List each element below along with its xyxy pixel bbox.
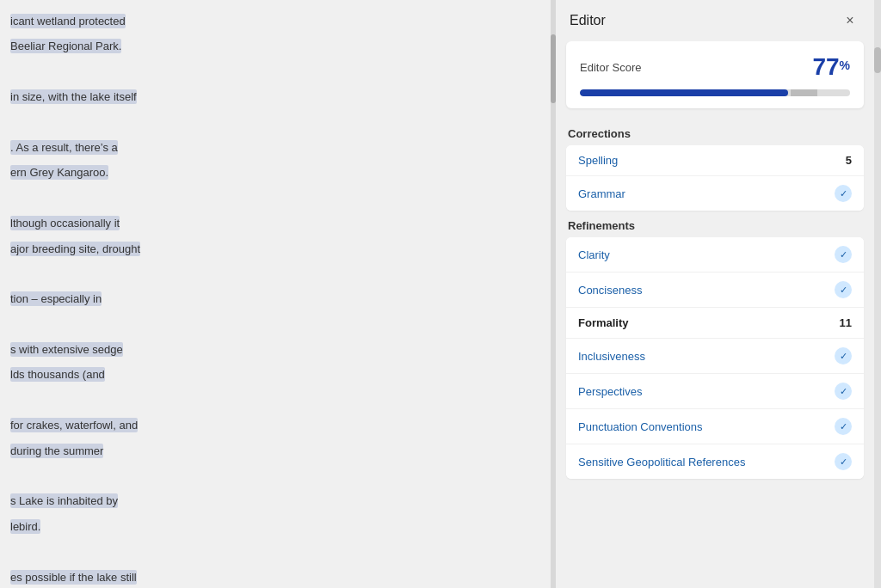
perspectives-row[interactable]: Perspectives ✓ [566,374,864,409]
editor-wrapper: Editor × Editor Score 77% Corrections [556,0,881,588]
spelling-count: 5 [846,154,852,167]
doc-line [0,59,551,84]
editor-title: Editor [570,13,606,28]
doc-line: es possible if the lake still [0,565,551,588]
geopolitical-row[interactable]: Sensitive Geopolitical References ✓ [566,444,864,479]
center-scrollbar[interactable] [551,0,556,588]
score-percent: % [840,58,850,72]
conciseness-row[interactable]: Conciseness ✓ [566,273,864,308]
score-display: 77% [812,53,850,81]
progress-mid [791,89,817,96]
doc-line: in size, with the lake itself [0,84,551,109]
document-panel: icant wetland protectedBeeliar Regional … [0,0,551,588]
doc-line [0,312,551,337]
doc-line: during the summer [0,438,551,463]
doc-line: icant wetland protected [0,9,551,34]
score-card: Editor Score 77% [566,41,864,108]
punctuation-row[interactable]: Punctuation Conventions ✓ [566,409,864,444]
doc-line [0,261,551,286]
spelling-row[interactable]: Spelling 5 [566,145,864,176]
doc-line: s with extensive sedge [0,337,551,362]
right-scroll-thumb[interactable] [874,47,881,73]
punctuation-check-icon: ✓ [835,418,852,435]
clarity-row[interactable]: Clarity ✓ [566,237,864,273]
doc-line [0,463,551,488]
refinements-header: Refinements [566,214,864,237]
editor-panel: Editor × Editor Score 77% Corrections [556,0,874,588]
geopolitical-label: Sensitive Geopolitical References [578,456,745,469]
corrections-list: Spelling 5 Grammar ✓ [566,145,864,211]
right-scrollbar[interactable] [874,0,881,588]
perspectives-check-icon: ✓ [835,383,852,400]
doc-line: s Lake is inhabited by [0,488,551,513]
doc-line: ajor breeding site, drought [0,236,551,261]
editor-header: Editor × [556,0,874,41]
formality-count: 11 [840,316,852,329]
progress-fill [580,89,788,96]
doc-line [0,388,551,413]
progress-bar [580,89,850,96]
doc-line: for crakes, waterfowl, and [0,413,551,438]
grammar-check-icon: ✓ [835,185,852,202]
score-value: 77 [812,53,839,80]
center-scroll-thumb[interactable] [551,34,556,103]
doc-line: Beeliar Regional Park. [0,34,551,58]
grammar-row[interactable]: Grammar ✓ [566,176,864,211]
inclusiveness-label: Inclusiveness [578,350,645,363]
score-label: Editor Score [580,61,642,74]
doc-line [0,186,551,211]
geopolitical-check-icon: ✓ [835,453,852,470]
doc-line [0,539,551,564]
score-row: Editor Score 77% [580,53,850,81]
doc-line: ern Grey Kangaroo. [0,160,551,185]
inclusiveness-row[interactable]: Inclusiveness ✓ [566,339,864,374]
inclusiveness-check-icon: ✓ [835,347,852,364]
conciseness-label: Conciseness [578,284,642,297]
document-content: icant wetland protectedBeeliar Regional … [0,0,551,588]
conciseness-check-icon: ✓ [835,281,852,298]
perspectives-label: Perspectives [578,385,642,398]
clarity-check-icon: ✓ [835,246,852,263]
punctuation-label: Punctuation Conventions [578,420,703,433]
close-button[interactable]: × [840,10,860,31]
corrections-header: Corrections [566,122,864,145]
doc-line: tion – especially in [0,286,551,311]
editor-body[interactable]: Editor Score 77% Corrections Spelling 5 [556,41,874,588]
spelling-label: Spelling [578,154,618,167]
refinements-list: Clarity ✓ Conciseness ✓ Formality 11 Inc… [566,237,864,479]
doc-line: . As a result, there’s a [0,135,551,160]
formality-row[interactable]: Formality 11 [566,308,864,339]
doc-line [0,110,551,135]
clarity-label: Clarity [578,248,610,261]
grammar-label: Grammar [578,187,625,200]
doc-line: lds thousands (and [0,362,551,387]
doc-line: lebird. [0,514,551,539]
formality-label: Formality [578,316,629,329]
doc-line: lthough occasionally it [0,211,551,236]
